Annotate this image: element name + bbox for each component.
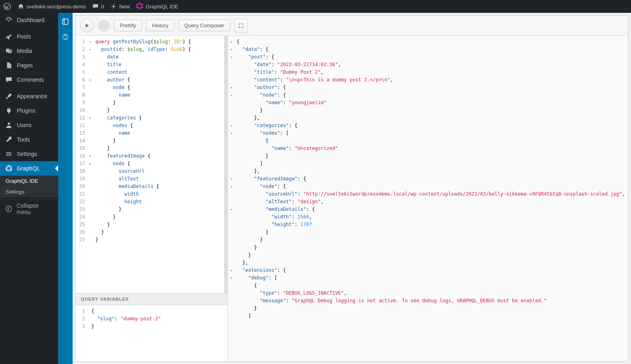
wp-logo-icon[interactable] [3, 2, 11, 10]
collapse-menu-button[interactable]: Collapse menu [0, 199, 58, 218]
svg-point-6 [139, 8, 140, 10]
fold-toggle[interactable]: ▾ [88, 152, 92, 160]
fold-toggle [88, 175, 92, 183]
sidebar-item-label: Pages [17, 62, 33, 69]
fold-toggle[interactable]: ▾ [229, 46, 233, 53]
fold-toggle [229, 236, 233, 244]
sidebar-item-users[interactable]: Users [0, 118, 58, 132]
history-button[interactable]: History [146, 20, 174, 31]
code-line: "message": "GraphQL Debug logging is not… [237, 297, 625, 305]
fold-toggle[interactable]: ▾ [88, 46, 92, 53]
fold-toggle[interactable]: ▾ [229, 122, 233, 129]
sidebar-item-appearance[interactable]: Appearance [0, 89, 58, 103]
code-line: name [95, 129, 221, 137]
sidebar-item-posts[interactable]: Posts [0, 29, 58, 44]
fold-toggle [229, 221, 233, 229]
fold-toggle [88, 107, 92, 114]
graphql-logo-icon [136, 2, 143, 11]
fold-toggle[interactable]: ▾ [229, 129, 233, 137]
query-scrollbar[interactable] [224, 36, 227, 293]
code-line: author { [95, 76, 221, 84]
sidebar-item-media[interactable]: Media [0, 44, 58, 58]
sidebar-item-label: Media [17, 48, 32, 54]
graphiql-ide-link[interactable]: GraphiQL IDE [136, 2, 178, 11]
line-number: 5 [75, 69, 86, 76]
sidebar-item-graphql[interactable]: GraphQL [0, 161, 58, 176]
posts-icon [5, 32, 13, 40]
fold-toggle [229, 190, 233, 198]
fold-toggle [88, 84, 92, 91]
code-line: node { [95, 160, 221, 168]
query-variables-editor[interactable]: 123 { "slug": "dummy-post-2"} [75, 305, 227, 361]
fold-toggle[interactable]: ▾ [88, 160, 92, 168]
fold-toggle [229, 198, 233, 206]
fold-toggle[interactable]: ▾ [229, 53, 233, 61]
fold-toggle [229, 61, 233, 69]
line-number: 24 [75, 213, 86, 221]
code-line: } [237, 107, 625, 114]
line-number: 17 [75, 160, 86, 168]
fold-toggle[interactable]: ▾ [229, 274, 233, 282]
new-label: New [119, 4, 130, 10]
code-line: "slug": "dummy-post-2" [91, 315, 224, 323]
code-line: content [95, 69, 221, 76]
sidebar-item-label: Posts [17, 33, 31, 40]
code-line: } [237, 305, 625, 312]
users-icon [5, 121, 13, 129]
fold-toggle[interactable]: ▾ [88, 38, 92, 46]
fold-toggle[interactable]: ▾ [229, 183, 233, 190]
sidebar-item-label: Comments [17, 77, 44, 83]
code-line: } [95, 221, 221, 229]
code-line: "height": 1707 [237, 221, 625, 229]
fold-toggle [229, 152, 233, 160]
sidebar-item-label: Tools [17, 136, 30, 143]
fold-toggle [229, 145, 233, 152]
submenu-graphiql-ide[interactable]: GraphiQL IDE [0, 176, 58, 186]
fold-toggle [88, 213, 92, 221]
explorer-icon[interactable] [61, 18, 69, 26]
execute-button[interactable] [80, 19, 94, 32]
fold-toggle[interactable]: ▾ [229, 267, 233, 274]
code-line: ] [237, 160, 625, 168]
result-viewer[interactable]: ▾▾▾▾▾▾▾▾▾▾▾▾ { "data": { "post": { "date… [228, 36, 628, 322]
code-line: } [237, 229, 625, 236]
query-variables-header[interactable]: QUERY VARIABLES [75, 293, 227, 305]
fold-toggle[interactable]: ▾ [229, 206, 233, 213]
sidebar-item-plugins[interactable]: Plugins [0, 103, 58, 118]
help-icon[interactable] [61, 33, 69, 41]
prettify-button[interactable]: Prettify [114, 20, 142, 31]
fold-toggle [88, 69, 92, 76]
code-line: ] [237, 312, 625, 320]
sidebar-item-settings[interactable]: Settings [0, 147, 58, 161]
sidebar-item-dashboard[interactable]: Dashboard [0, 13, 58, 27]
code-line: mediaDetails { [95, 183, 221, 190]
query-editor[interactable]: 1234567891011121314151617181920212223242… [75, 36, 227, 293]
new-content-link[interactable]: New [110, 3, 130, 10]
code-line: } [95, 229, 221, 236]
fold-toggle[interactable]: ▾ [229, 84, 233, 91]
fold-toggle[interactable]: ▾ [229, 175, 233, 183]
collapse-icon [5, 205, 13, 213]
code-line: "title": "Dummy Post 2", [237, 69, 625, 76]
fold-toggle[interactable]: ▾ [229, 38, 233, 46]
sidebar-item-pages[interactable]: Pages [0, 58, 58, 73]
fold-toggle[interactable]: ▾ [88, 76, 92, 84]
query-composer-button[interactable]: Query Composer [179, 20, 230, 31]
svg-point-15 [65, 38, 66, 39]
sidebar-item-tools[interactable]: Tools [0, 132, 58, 147]
line-number: 11 [75, 114, 86, 122]
sidebar-item-comments[interactable]: Comments [0, 73, 58, 87]
svg-point-4 [142, 4, 143, 5]
svg-rect-13 [63, 19, 68, 24]
comments-link[interactable]: 0 [92, 3, 104, 10]
site-name-link[interactable]: sveltekit-wordpress-demo [18, 3, 86, 10]
fold-toggle[interactable]: ▾ [229, 91, 233, 99]
fullscreen-button[interactable] [234, 19, 248, 32]
submenu-graphql-settings[interactable]: Settings [0, 186, 58, 197]
svg-point-12 [6, 206, 12, 212]
svg-point-5 [142, 7, 143, 8]
fold-toggle[interactable]: ▾ [88, 114, 92, 122]
code-line: name [95, 91, 221, 99]
graphiql-ide-label: GraphiQL IDE [146, 4, 178, 10]
fold-toggle [88, 206, 92, 213]
